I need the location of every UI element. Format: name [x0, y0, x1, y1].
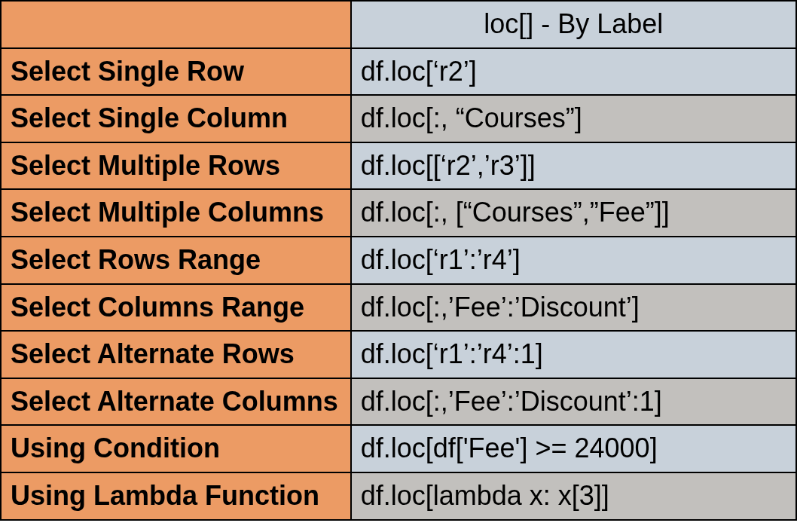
header-blank: [1, 1, 351, 48]
row-label: Select Alternate Rows: [1, 331, 351, 378]
row-code: df.loc[:,’Fee’:’Discount’:1]: [351, 378, 796, 426]
row-label: Select Alternate Columns: [1, 378, 351, 426]
table-row: Select Alternate Rows df.loc[‘r1’:’r4’:1…: [1, 331, 796, 378]
table-row: Select Single Row df.loc[‘r2’]: [1, 48, 796, 96]
row-label: Select Columns Range: [1, 284, 351, 332]
table-row: Select Multiple Columns df.loc[:, [“Cour…: [1, 189, 796, 237]
table-row: Using Condition df.loc[df['Fee'] >= 2400…: [1, 425, 796, 472]
table-row: Select Single Column df.loc[:, “Courses”…: [1, 95, 796, 142]
table-row: Using Lambda Function df.loc[lambda x: x…: [1, 472, 796, 520]
table: loc[] - By Label Select Single Row df.lo…: [0, 0, 797, 521]
header-row: loc[] - By Label: [1, 1, 796, 48]
table-row: Select Multiple Rows df.loc[[‘r2’,’r3’]]: [1, 142, 796, 190]
table-row: Select Columns Range df.loc[:,’Fee’:’Dis…: [1, 284, 796, 332]
row-code: df.loc[df['Fee'] >= 24000]: [351, 425, 796, 472]
row-label: Using Condition: [1, 425, 351, 472]
row-label: Select Multiple Columns: [1, 189, 351, 237]
row-code: df.loc[‘r1’:’r4’:1]: [351, 331, 796, 378]
row-code: df.loc[[‘r2’,’r3’]]: [351, 142, 796, 190]
row-code: df.loc[:, [“Courses”,”Fee”]]: [351, 189, 796, 237]
row-label: Select Rows Range: [1, 237, 351, 284]
row-code: df.loc[‘r2’]: [351, 48, 796, 96]
row-code: df.loc[‘r1’:’r4’]: [351, 237, 796, 284]
loc-reference-table: loc[] - By Label Select Single Row df.lo…: [0, 0, 797, 521]
table-row: Select Alternate Columns df.loc[:,’Fee’:…: [1, 378, 796, 426]
row-label: Select Multiple Rows: [1, 142, 351, 190]
row-label: Select Single Row: [1, 48, 351, 96]
row-label: Select Single Column: [1, 95, 351, 142]
row-code: df.loc[:,’Fee’:’Discount’]: [351, 284, 796, 332]
table-row: Select Rows Range df.loc[‘r1’:’r4’]: [1, 237, 796, 284]
row-code: df.loc[lambda x: x[3]]: [351, 472, 796, 520]
row-code: df.loc[:, “Courses”]: [351, 95, 796, 142]
row-label: Using Lambda Function: [1, 472, 351, 520]
header-loc-by-label: loc[] - By Label: [351, 1, 796, 48]
